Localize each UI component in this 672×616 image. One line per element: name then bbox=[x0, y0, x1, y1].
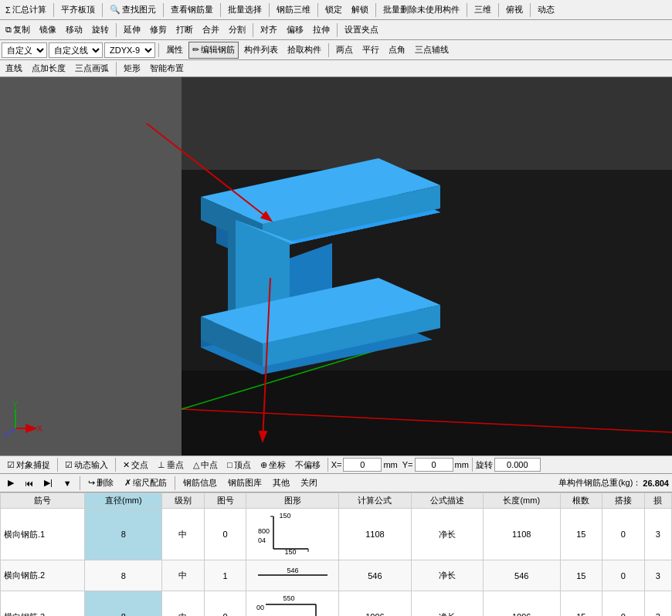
snap-object[interactable]: ☑对象捕捉 bbox=[3, 458, 54, 472]
btn-point-length[interactable]: 点加长度 bbox=[28, 60, 70, 77]
cell-grade-1: 中 bbox=[162, 509, 205, 560]
select-zdyx[interactable]: ZDYX-9 bbox=[104, 42, 155, 58]
snap-intersection[interactable]: ✕交点 bbox=[119, 458, 152, 472]
btn-close[interactable] bbox=[324, 482, 333, 485]
btn-down[interactable]: ▼ bbox=[59, 477, 76, 489]
btn-trim[interactable]: 修剪 bbox=[146, 22, 171, 39]
cell-diameter-2: 8 bbox=[85, 560, 162, 591]
cell-name-3: 横向钢筋.3 bbox=[1, 591, 85, 617]
rotate-input[interactable] bbox=[494, 458, 541, 472]
btn-rebar-info[interactable]: 钢筋图库 bbox=[223, 476, 266, 490]
btn-other[interactable]: 关闭 bbox=[296, 476, 322, 490]
sep22 bbox=[175, 476, 175, 490]
btn-dynamic[interactable]: 动态 bbox=[534, 2, 558, 19]
btn-merge[interactable]: 合并 bbox=[199, 22, 223, 39]
cell-formula-3: 1096 bbox=[339, 591, 411, 617]
btn-three-point[interactable]: 三点辅线 bbox=[411, 42, 453, 59]
btn-line[interactable]: 直线 bbox=[2, 60, 26, 77]
btn-properties[interactable]: 属性 bbox=[162, 42, 187, 59]
table-row[interactable]: 横向钢筋.2 8 中 1 546 546 净长 546 15 0 3 bbox=[1, 560, 672, 591]
x-input[interactable] bbox=[343, 458, 382, 472]
btn-3d-view[interactable]: 三维 bbox=[470, 2, 495, 19]
select-custom2[interactable]: 自定义线 bbox=[49, 42, 103, 58]
btn-rect[interactable]: 矩形 bbox=[120, 60, 144, 77]
cell-shape-no-3: 0 bbox=[204, 591, 246, 617]
dynamic-input[interactable]: ☑动态输入 bbox=[61, 458, 112, 472]
sep16 bbox=[116, 62, 117, 76]
btn-rebar-3d[interactable]: 钢筋三维 bbox=[273, 2, 314, 19]
x-label: X= bbox=[331, 460, 342, 469]
cell-loss-2: 3 bbox=[644, 560, 671, 591]
btn-point-angle[interactable]: 点角 bbox=[385, 42, 409, 59]
y-label: Y= bbox=[402, 460, 413, 469]
btn-copy[interactable]: ⧉复制 bbox=[2, 22, 34, 39]
btn-move[interactable]: 移动 bbox=[62, 22, 87, 39]
btn-play[interactable]: ▶ bbox=[3, 476, 19, 489]
btn-pick-element[interactable]: 拾取构件 bbox=[283, 42, 325, 59]
total-weight-value: 26.804 bbox=[643, 479, 669, 488]
y-input[interactable] bbox=[415, 458, 453, 472]
sep20 bbox=[472, 458, 473, 472]
sep3 bbox=[163, 3, 164, 17]
btn-stretch[interactable]: 拉伸 bbox=[309, 22, 334, 39]
btn-view-rebar[interactable]: 查看钢筋量 bbox=[167, 2, 217, 19]
btn-rebar-lib[interactable]: 其他 bbox=[268, 476, 294, 490]
cell-loss-1: 3 bbox=[644, 509, 671, 560]
btn-offset[interactable]: 偏移 bbox=[283, 22, 307, 39]
btn-align[interactable]: 对齐 bbox=[256, 22, 281, 39]
btn-parallel[interactable]: 平行 bbox=[358, 42, 383, 59]
cell-shape-3: 550 00 46 bbox=[246, 591, 339, 617]
btn-split[interactable]: 分割 bbox=[225, 22, 249, 39]
sep17 bbox=[57, 458, 58, 472]
btn-batch-delete[interactable]: 批量删除未使用构件 bbox=[379, 2, 463, 19]
btn-two-point[interactable]: 两点 bbox=[332, 42, 357, 59]
btn-edit-rebar[interactable]: ✏编辑钢筋 bbox=[188, 42, 239, 59]
btn-smart-place[interactable]: 智能布置 bbox=[146, 60, 188, 77]
btn-summary[interactable]: Σ汇总计算 bbox=[2, 2, 50, 19]
btn-scale-rebar[interactable]: 钢筋信息 bbox=[178, 476, 222, 490]
btn-first[interactable]: ⏮ bbox=[20, 477, 38, 489]
select-custom1[interactable]: 自定义 bbox=[2, 42, 47, 58]
statusbar: ☑对象捕捉 ☑动态输入 ✕交点 ⊥垂点 △中点 □顶点 ⊕坐标 不偏移 X= m… bbox=[0, 455, 672, 474]
cell-shape-no-1: 0 bbox=[204, 509, 246, 560]
sep12 bbox=[253, 23, 253, 37]
col-loss: 损 bbox=[644, 493, 671, 509]
btn-arc[interactable]: 三点画弧 bbox=[71, 60, 113, 77]
cell-shape-1: 150 800 04 150 bbox=[246, 509, 339, 560]
snap-perpendicular[interactable]: ⊥垂点 bbox=[154, 458, 188, 472]
snap-coords[interactable]: ⊕坐标 bbox=[256, 458, 290, 472]
btn-unlock[interactable]: 解锁 bbox=[348, 2, 372, 19]
table-header-row: 筋号 直径(mm) 级别 图号 图形 计算公式 公式描述 长度(mm) 根数 搭… bbox=[1, 493, 672, 509]
col-formula-desc: 公式描述 bbox=[411, 493, 483, 509]
col-overlap: 搭接 bbox=[602, 493, 645, 509]
rebar-table: 筋号 直径(mm) 级别 图号 图形 计算公式 公式描述 长度(mm) 根数 搭… bbox=[0, 492, 672, 616]
col-diameter: 直径(mm) bbox=[85, 493, 162, 509]
btn-top-view[interactable]: 俯视 bbox=[502, 2, 527, 19]
btn-break[interactable]: 打断 bbox=[172, 22, 197, 39]
no-offset[interactable]: 不偏移 bbox=[291, 458, 324, 472]
shape-svg-1: 150 800 04 150 bbox=[250, 510, 335, 557]
btn-rotate[interactable]: 旋转 bbox=[88, 22, 113, 39]
btn-set-grip[interactable]: 设置夹点 bbox=[341, 22, 382, 39]
snap-vertex[interactable]: □顶点 bbox=[223, 458, 255, 472]
viewport-3d[interactable]: X Y bbox=[0, 77, 672, 455]
shape-svg-3: 550 00 46 bbox=[250, 593, 335, 616]
btn-find-element[interactable]: 🔍查找图元 bbox=[106, 2, 160, 19]
cell-grade-3: 中 bbox=[162, 591, 205, 617]
table-row[interactable]: 横向钢筋.1 8 中 0 150 800 04 bbox=[1, 509, 672, 560]
cell-desc-3: 净长 bbox=[411, 591, 483, 617]
btn-delete[interactable]: ✗缩尺配筋 bbox=[120, 476, 171, 490]
btn-mirror[interactable]: 镜像 bbox=[36, 22, 60, 39]
cell-formula-1: 1108 bbox=[339, 509, 411, 560]
btn-batch-select[interactable]: 批量选择 bbox=[224, 2, 266, 19]
table-row[interactable]: 横向钢筋.3 8 中 0 550 00 46 bbox=[1, 591, 672, 617]
btn-extend[interactable]: 延伸 bbox=[120, 22, 144, 39]
btn-lock[interactable]: 锁定 bbox=[321, 2, 346, 19]
btn-align-top[interactable]: 平齐板顶 bbox=[57, 2, 99, 19]
btn-element-list[interactable]: 构件列表 bbox=[240, 42, 282, 59]
btn-last[interactable]: ▶| bbox=[39, 476, 57, 489]
col-count: 根数 bbox=[560, 493, 602, 509]
btn-insert[interactable]: ↪删除 bbox=[83, 476, 118, 490]
sep6 bbox=[317, 3, 318, 17]
snap-midpoint[interactable]: △中点 bbox=[189, 458, 222, 472]
